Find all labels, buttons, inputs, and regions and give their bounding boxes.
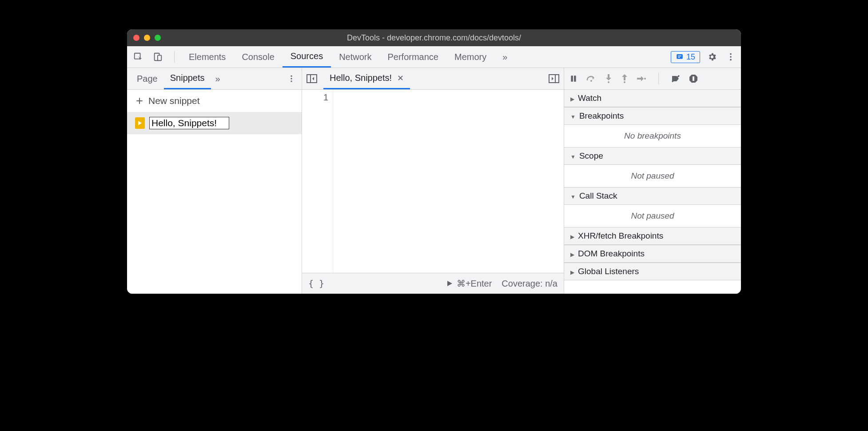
svg-point-16 <box>590 80 592 82</box>
pretty-print-icon[interactable]: { } <box>308 278 324 289</box>
svg-point-8 <box>291 78 292 79</box>
svg-point-9 <box>291 80 292 82</box>
window-close-button[interactable] <box>133 35 139 41</box>
devtools-toolbar: Elements Console Sources Network Perform… <box>127 46 741 68</box>
window-zoom-button[interactable] <box>155 35 161 41</box>
svg-rect-24 <box>693 76 694 81</box>
step-icon[interactable] <box>637 75 646 82</box>
more-menu-icon[interactable] <box>724 50 737 64</box>
device-toggle-icon[interactable] <box>151 50 164 64</box>
svg-rect-14 <box>571 76 573 82</box>
editor-tab[interactable]: Hello, Snippets! ✕ <box>323 68 410 89</box>
section-breakpoints[interactable]: Breakpoints <box>564 107 741 125</box>
snippet-file-icon <box>135 117 145 129</box>
svg-point-22 <box>644 78 646 80</box>
editor-tab-label: Hello, Snippets! <box>330 73 392 83</box>
toolbar-divider <box>658 73 659 84</box>
svg-point-20 <box>624 81 625 83</box>
chevron-right-icon <box>570 249 574 259</box>
line-number: 1 <box>302 92 328 103</box>
line-gutter: 1 <box>302 90 333 273</box>
svg-rect-3 <box>677 54 683 59</box>
tab-memory[interactable]: Memory <box>446 46 494 68</box>
show-debugger-icon[interactable] <box>549 74 559 83</box>
nav-tab-page[interactable]: Page <box>131 68 164 89</box>
nav-more-menu-icon[interactable] <box>285 72 298 85</box>
tabs-overflow-icon[interactable]: » <box>494 46 515 68</box>
chevron-down-icon <box>570 151 576 161</box>
chevron-down-icon <box>570 191 576 201</box>
snippet-name-input[interactable] <box>149 117 229 129</box>
new-snippet-label: New snippet <box>148 96 200 106</box>
editor-panel: Hello, Snippets! ✕ 1 { } ⌘+Ente <box>302 68 564 294</box>
chevron-right-icon <box>570 231 574 241</box>
section-xhr-breakpoints[interactable]: XHR/fetch Breakpoints <box>564 227 741 245</box>
toolbar-divider <box>174 51 175 63</box>
svg-rect-19 <box>624 76 625 80</box>
svg-point-5 <box>730 56 732 58</box>
svg-rect-21 <box>637 78 641 80</box>
show-navigator-icon[interactable] <box>307 74 317 83</box>
chevron-down-icon <box>570 111 576 121</box>
code-editor[interactable] <box>333 90 564 273</box>
svg-point-4 <box>730 53 732 55</box>
issues-badge[interactable]: 15 <box>671 51 700 63</box>
debugger-panel: Watch Breakpoints No breakpoints Scope N… <box>564 68 741 294</box>
tab-performance[interactable]: Performance <box>380 46 447 68</box>
svg-rect-12 <box>549 75 559 83</box>
run-snippet-button[interactable]: ⌘+Enter <box>446 278 492 289</box>
chevron-right-icon <box>570 267 574 276</box>
deactivate-breakpoints-icon[interactable] <box>671 75 680 83</box>
debugger-toolbar <box>564 68 741 90</box>
main-tabs: Elements Console Sources Network Perform… <box>181 46 515 68</box>
breakpoints-body: No breakpoints <box>564 125 741 147</box>
section-global-listeners[interactable]: Global Listeners <box>564 263 741 280</box>
svg-point-7 <box>291 76 292 77</box>
issues-count: 15 <box>686 52 695 62</box>
snippet-item[interactable] <box>127 112 302 134</box>
call-stack-body: Not paused <box>564 205 741 227</box>
svg-rect-2 <box>158 55 161 60</box>
svg-point-18 <box>608 81 609 83</box>
navigator-panel: Page Snippets » New snippet <box>127 68 302 294</box>
step-over-icon[interactable] <box>586 75 596 83</box>
coverage-label: Coverage: n/a <box>502 279 557 289</box>
window-title: DevTools - developer.chrome.com/docs/dev… <box>127 33 741 43</box>
tab-console[interactable]: Console <box>234 46 282 68</box>
section-scope[interactable]: Scope <box>564 147 741 165</box>
nav-tab-snippets[interactable]: Snippets <box>164 68 211 89</box>
tab-elements[interactable]: Elements <box>181 46 234 68</box>
scope-body: Not paused <box>564 165 741 187</box>
inspect-element-icon[interactable] <box>131 50 145 64</box>
close-tab-icon[interactable]: ✕ <box>397 73 404 83</box>
chevron-right-icon <box>570 93 574 103</box>
new-snippet-button[interactable]: New snippet <box>127 90 302 112</box>
nav-tabs-overflow-icon[interactable]: » <box>215 74 220 84</box>
step-out-icon[interactable] <box>621 74 628 83</box>
section-call-stack[interactable]: Call Stack <box>564 187 741 205</box>
run-shortcut-label: ⌘+Enter <box>457 278 492 289</box>
tab-sources[interactable]: Sources <box>283 46 331 68</box>
step-into-icon[interactable] <box>605 74 612 83</box>
settings-icon[interactable] <box>705 50 719 64</box>
svg-rect-15 <box>574 76 576 82</box>
svg-rect-17 <box>608 74 609 78</box>
window-minimize-button[interactable] <box>144 35 150 41</box>
section-dom-breakpoints[interactable]: DOM Breakpoints <box>564 245 741 263</box>
tab-network[interactable]: Network <box>331 46 379 68</box>
section-watch[interactable]: Watch <box>564 90 741 107</box>
svg-point-6 <box>730 59 732 61</box>
pause-on-exceptions-icon[interactable] <box>689 74 698 83</box>
window-titlebar: DevTools - developer.chrome.com/docs/dev… <box>127 29 741 46</box>
pause-icon[interactable] <box>569 75 577 83</box>
svg-rect-10 <box>307 75 317 83</box>
